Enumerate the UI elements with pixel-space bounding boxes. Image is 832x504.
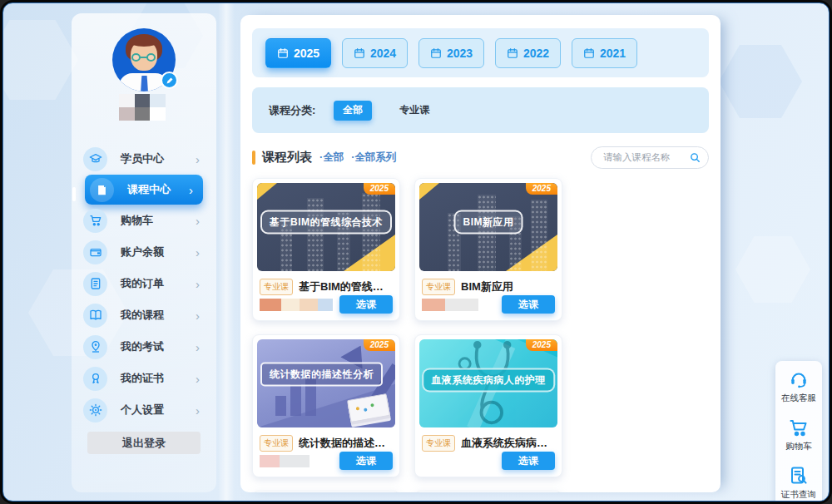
logout-button[interactable]: 退出登录	[87, 432, 201, 454]
sidebar-item-label: 我的证书	[121, 371, 196, 386]
floating-item-label: 购物车	[785, 441, 812, 452]
sidebar-item-label: 课程中心	[127, 182, 189, 197]
sidebar-item-balance[interactable]: 账户余额 ›	[72, 236, 216, 268]
cart-button[interactable]: 购物车	[785, 418, 812, 452]
tab-year-2021[interactable]: 2021	[572, 38, 637, 68]
category-tag: 专业课	[422, 435, 455, 452]
course-cover: 统计数据的描述性分析 2025	[257, 339, 395, 427]
course-card[interactable]: BIM新应用 2025 专业课 BIM新应用 选课	[414, 178, 562, 321]
course-search-box	[591, 146, 709, 169]
year-badge: 2025	[526, 339, 557, 351]
sidebar-item-course-center[interactable]: 课程中心 ›	[85, 175, 203, 205]
course-card-grid: 基于BIM的管线综合技术 2025 专业课 基于BIM的管线… 选课	[252, 178, 709, 492]
sidebar-item-label: 购物车	[121, 213, 196, 228]
tab-label: 2024	[370, 47, 396, 60]
hexagon-decoration	[719, 45, 802, 118]
wallet-icon	[83, 240, 107, 264]
tab-year-2022[interactable]: 2022	[495, 38, 561, 68]
avatar-edit-icon[interactable]	[161, 72, 178, 89]
redacted-info	[422, 299, 478, 311]
year-badge: 2025	[364, 339, 395, 351]
chevron-right-icon: ›	[196, 152, 200, 166]
category-tag: 专业课	[260, 435, 293, 452]
sidebar-item-label: 我的课程	[121, 308, 196, 323]
course-cover: BIM新应用 2025	[419, 183, 557, 271]
divider	[218, 3, 235, 501]
course-book-icon	[90, 178, 114, 202]
filter-label: 课程分类:	[269, 103, 315, 118]
select-course-button[interactable]: 选课	[502, 295, 555, 314]
select-course-button[interactable]: 选课	[339, 295, 393, 314]
redacted-info	[260, 299, 333, 311]
sidebar-item-my-courses[interactable]: 我的课程 ›	[72, 299, 216, 331]
hexagon-decoration	[2, 20, 78, 100]
select-course-button[interactable]: 选课	[502, 452, 555, 470]
calendar-icon	[277, 47, 289, 59]
sidebar-item-label: 我的考试	[121, 339, 196, 354]
course-card[interactable]: 血液系统疾病病人的护理 2025 专业课 血液系统疾病病… 选课	[414, 334, 562, 477]
sidebar-menu: 学员中心 › 课程中心 › 购物车 ›	[72, 143, 216, 426]
certificate-query-button[interactable]: 证书查询	[781, 466, 816, 501]
sidebar-item-my-exams[interactable]: 我的考试 ›	[72, 331, 216, 363]
sidebar-item-label: 个人设置	[121, 403, 196, 418]
sidebar-item-settings[interactable]: 个人设置 ›	[72, 394, 216, 426]
course-card[interactable]: 基于BIM的管线综合技术 2025 专业课 基于BIM的管线… 选课	[252, 178, 400, 321]
tab-label: 2022	[523, 47, 549, 60]
tab-label: 2023	[447, 47, 473, 60]
sidebar-item-my-certificates[interactable]: 我的证书 ›	[72, 363, 216, 394]
year-badge: 2025	[364, 183, 395, 195]
filter-option-all[interactable]: 全部	[334, 101, 372, 121]
course-title: 统计数据的描述…	[299, 436, 385, 451]
main-panel: 2025 2024 2023 2022 2021	[240, 15, 721, 492]
sidebar-item-label: 学员中心	[121, 151, 196, 166]
sidebar-item-orders[interactable]: 我的订单 ›	[72, 268, 216, 299]
course-card[interactable]: 消化系统疾病病人的护理 2025 专业课 消化系统疾病病… 选课	[252, 491, 400, 492]
chevron-right-icon: ›	[189, 183, 193, 197]
category-tag: 专业课	[422, 279, 455, 295]
chevron-right-icon: ›	[196, 245, 200, 259]
sidebar: 学员中心 › 课程中心 › 购物车 ›	[72, 13, 216, 492]
sidebar-item-label: 账户余额	[121, 245, 196, 259]
course-card[interactable]: 免疫组化在皮肤肿瘤 诊断中的价值和应用 2025 专业课 免疫组化在皮肤… 选课	[414, 491, 562, 492]
search-input[interactable]	[602, 151, 689, 163]
sidebar-item-student-center[interactable]: 学员中心 ›	[72, 143, 216, 175]
course-title: 血液系统疾病病…	[461, 436, 547, 451]
select-course-button[interactable]: 选课	[339, 452, 393, 470]
online-service-button[interactable]: 在线客服	[781, 369, 816, 404]
floating-item-label: 证书查询	[781, 489, 816, 501]
tab-year-2025[interactable]: 2025	[265, 38, 331, 68]
chevron-right-icon: ›	[196, 340, 200, 354]
graduation-cap-icon	[83, 147, 107, 171]
tab-year-2023[interactable]: 2023	[418, 38, 484, 68]
course-title: BIM新应用	[461, 279, 513, 294]
chevron-right-icon: ›	[196, 214, 200, 228]
course-card[interactable]: 统计数据的描述性分析 2025 专业课 统计数据的描述… 选课	[252, 334, 400, 477]
medal-icon	[83, 367, 107, 391]
calendar-icon	[583, 47, 595, 59]
sidebar-item-label: 我的订单	[121, 276, 196, 291]
gear-icon	[83, 398, 107, 422]
tab-label: 2021	[600, 47, 626, 60]
avatar	[112, 28, 176, 91]
chevron-right-icon: ›	[196, 277, 200, 291]
search-icon[interactable]	[689, 151, 701, 164]
year-badge: 2025	[526, 183, 557, 195]
course-list-header: 课程列表 ·全部 ·全部系列	[252, 145, 709, 170]
cover-title: 基于BIM的管线综合技术	[260, 210, 392, 234]
cover-title: 统计数据的描述性分析	[260, 363, 383, 387]
section-crumb: ·全部系列	[351, 151, 396, 165]
order-doc-icon	[83, 272, 107, 296]
redacted-info	[260, 455, 310, 467]
year-tabs: 2025 2024 2023 2022 2021	[252, 28, 709, 77]
cart-icon	[789, 418, 809, 437]
sidebar-item-cart[interactable]: 购物车 ›	[72, 205, 216, 236]
calendar-icon	[354, 47, 365, 59]
chevron-right-icon: ›	[196, 309, 200, 323]
filter-option-professional[interactable]: 专业课	[390, 101, 438, 121]
chevron-right-icon: ›	[196, 372, 200, 386]
course-title: 基于BIM的管线…	[299, 279, 384, 294]
category-tag: 专业课	[260, 279, 293, 295]
tab-year-2024[interactable]: 2024	[342, 38, 408, 68]
course-cover: 基于BIM的管线综合技术 2025	[257, 183, 395, 271]
section-accent-bar	[252, 151, 255, 165]
